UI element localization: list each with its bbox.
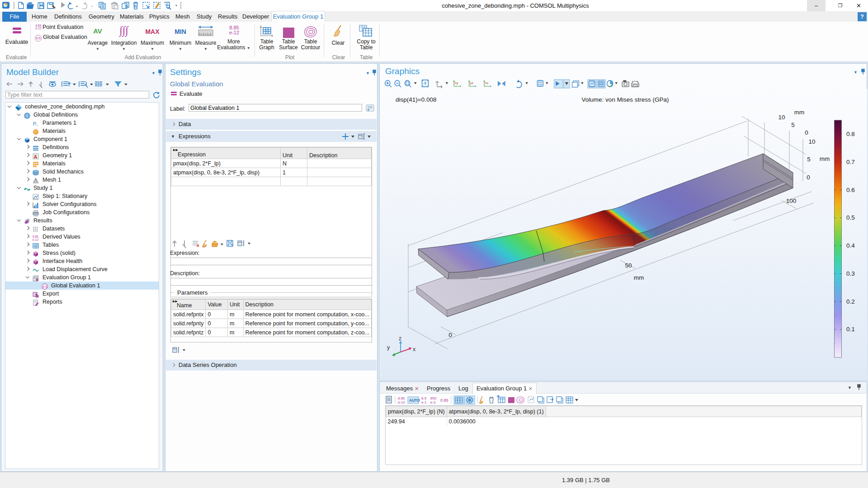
svg-text:AUTO: AUTO [409,398,420,403]
svg-text:8.5: 8.5 [43,285,47,288]
svg-text:mm: mm [794,109,805,116]
svg-text:P: P [33,121,36,127]
svg-text:0.4: 0.4 [846,242,855,249]
svg-text:0: 0 [448,332,452,338]
svg-text:e-3: e-3 [430,400,436,404]
svg-text:0.5: 0.5 [846,214,855,221]
svg-text:0.3: 0.3 [846,270,855,277]
svg-text:Volume: von Mises stress (GPa): Volume: von Mises stress (GPa) [582,96,669,103]
svg-text:e-1: e-1 [421,400,427,404]
svg-text:0.8: 0.8 [846,131,855,137]
svg-text:x: x [413,346,416,352]
svg-text:y: y [387,344,390,351]
svg-text:0.7: 0.7 [846,159,855,165]
svg-text:5: 5 [791,122,795,128]
svg-text:50: 50 [625,262,632,269]
svg-text:8.85: 8.85 [398,396,405,400]
svg-text:mm: mm [634,274,644,281]
svg-text:8.85: 8.85 [33,235,38,238]
svg-text:xz: xz [485,81,489,85]
svg-text:disp(41)=0.008: disp(41)=0.008 [396,96,436,103]
svg-text:0.1: 0.1 [846,326,855,333]
svg-text:xy: xy [455,81,458,85]
svg-text:0.85: 0.85 [440,398,448,403]
svg-text:5: 5 [807,156,811,163]
svg-text:10: 10 [808,138,815,145]
svg-text:0.2: 0.2 [846,298,855,305]
svg-text:A: A [34,154,38,160]
svg-text:mm: mm [820,155,830,162]
svg-text:i: i [37,124,38,127]
svg-text:yz: yz [470,81,474,85]
svg-text:100: 100 [786,197,797,204]
svg-text:0: 0 [807,174,810,181]
svg-text:0.6: 0.6 [846,187,855,193]
svg-text:0: 0 [805,129,808,136]
svg-text:10: 10 [778,114,785,121]
svg-text:e-12: e-12 [398,400,406,404]
svg-text:z: z [399,335,401,342]
svg-text:850: 850 [430,396,437,400]
svg-text:8.5: 8.5 [421,396,427,400]
